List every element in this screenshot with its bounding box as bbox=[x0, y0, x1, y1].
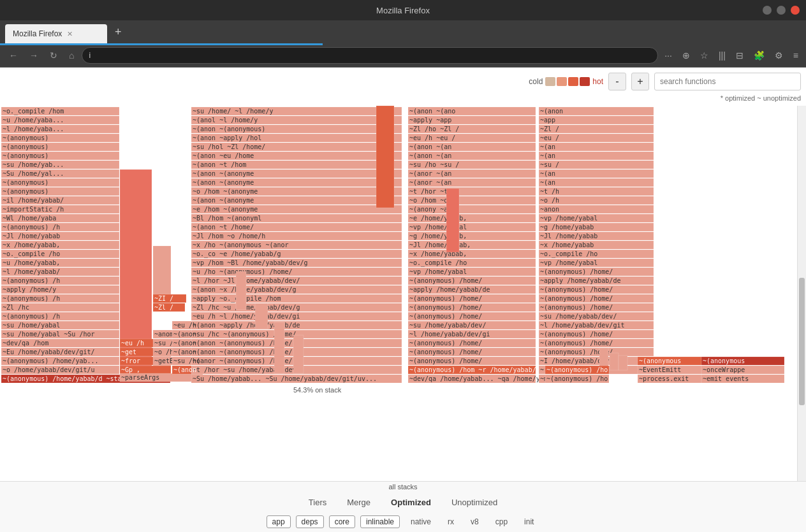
svg-text:~u /home/yabab,: ~u /home/yabab, bbox=[3, 259, 60, 266]
svg-text:~(anonymous) /home/: ~(anonymous) /home/ bbox=[409, 304, 482, 311]
color-swatch bbox=[545, 77, 590, 86]
svg-text:~l /home/yabab/: ~l /home/yabab/ bbox=[3, 268, 60, 275]
filter-rx[interactable]: rx bbox=[442, 515, 460, 528]
svg-text:~(anon ~(anonyme: ~(anon ~(anonyme bbox=[193, 197, 254, 204]
svg-text:~(anor  ~(an: ~(anor ~(an bbox=[409, 179, 451, 186]
filter-core[interactable]: core bbox=[329, 515, 355, 528]
svg-text:~apply /home/y: ~apply /home/y bbox=[3, 286, 56, 293]
reload-button[interactable]: ↻ bbox=[46, 48, 61, 63]
svg-text:~(anonymous): ~(anonymous) bbox=[3, 179, 48, 186]
svg-text:~Zl /: ~Zl / bbox=[154, 304, 173, 311]
all-stacks-label: all stacks bbox=[0, 482, 806, 492]
svg-text:~eu /h  ~eu /: ~eu /h ~eu / bbox=[409, 134, 455, 141]
hot-label: hot bbox=[592, 77, 603, 86]
zoom-in-button[interactable]: + bbox=[631, 73, 649, 90]
restore-button[interactable] bbox=[777, 6, 786, 15]
flamegraph-controls: cold hot - + bbox=[529, 73, 801, 90]
forward-button[interactable]: → bbox=[26, 48, 42, 63]
zoom-out-button[interactable]: - bbox=[608, 73, 626, 90]
svg-text:~(anonymous) /home/: ~(anonymous) /home/ bbox=[409, 277, 482, 284]
minimize-button[interactable] bbox=[763, 6, 772, 15]
svg-text:~(anonymous) /hom ~r /home/yab: ~(anonymous) /hom ~r /home/yabab/de bbox=[409, 366, 544, 373]
svg-text:~(anonymous) /h: ~(anonymous) /h bbox=[3, 313, 60, 320]
swatch-warm1 bbox=[557, 77, 567, 86]
svg-text:~(anonymous): ~(anonymous) bbox=[3, 152, 48, 159]
active-tab[interactable]: Mozilla Firefox ✕ bbox=[5, 24, 107, 43]
svg-text:~(anonymous) /home/: ~(anonymous) /home/ bbox=[409, 340, 482, 347]
svg-rect-237 bbox=[539, 143, 654, 151]
svg-text:~anom: ~anom bbox=[154, 331, 173, 338]
address-text: i bbox=[89, 51, 91, 60]
flamegraph-subtitle: * optimized ~ unoptimized bbox=[721, 94, 801, 102]
cold-label: cold bbox=[529, 77, 543, 86]
column-middle: ~su /home/ ~l /home/y ~(anol ~l /home/y … bbox=[191, 106, 402, 383]
search-functions-input[interactable] bbox=[654, 73, 801, 90]
filter-deps[interactable]: deps bbox=[296, 515, 324, 528]
svg-text:~su /home/yabal: ~su /home/yabal bbox=[3, 322, 60, 329]
svg-text:~(anon ~(anonyme: ~(anon ~(anonyme bbox=[193, 170, 254, 177]
svg-rect-245 bbox=[539, 178, 654, 187]
svg-text:~Su /home/yabab... ~Su /home/y: ~Su /home/yabab... ~Su /home/yabab/dev/g… bbox=[193, 375, 377, 382]
svg-text:~Gp ,: ~Gp , bbox=[121, 366, 140, 373]
tab-tiers[interactable]: Tiers bbox=[302, 496, 333, 509]
svg-text:~su /home/yabab/dev/: ~su /home/yabab/dev/ bbox=[540, 313, 617, 320]
tab-close-button[interactable]: ✕ bbox=[67, 30, 73, 38]
svg-text:~l /hor ~Jl /home/yabab/dev/: ~l /hor ~Jl /home/yabab/dev/ bbox=[193, 277, 300, 284]
svg-rect-293 bbox=[619, 356, 627, 370]
library-icon[interactable]: ||| bbox=[716, 48, 728, 63]
svg-text:~eu /: ~eu / bbox=[540, 134, 559, 141]
sidebar-icon[interactable]: ⊟ bbox=[733, 48, 746, 63]
flamegraph-area[interactable]: ~o._compile /hom ~u /home/yaba... ~l /ho… bbox=[0, 106, 797, 481]
svg-text:~Jl /home/yabab: ~Jl /home/yabab bbox=[540, 233, 597, 240]
svg-text:~Jl /home/yabab,: ~Jl /home/yabab, bbox=[409, 241, 471, 248]
scrollbar[interactable] bbox=[797, 106, 806, 481]
scrollbar-thumb[interactable] bbox=[799, 278, 805, 405]
back-button[interactable]: ← bbox=[5, 48, 22, 63]
svg-text:~o._compile /ho: ~o._compile /ho bbox=[409, 259, 467, 267]
tab-optimized[interactable]: Optimized bbox=[385, 496, 437, 509]
extensions-icon[interactable]: 🧩 bbox=[751, 48, 767, 63]
svg-rect-150 bbox=[274, 322, 284, 373]
svg-text:~o._co ~e /home/yabab/g: ~o._co ~e /home/yabab/g bbox=[193, 250, 281, 258]
svg-text:~(an: ~(an bbox=[540, 170, 555, 177]
filter-init[interactable]: init bbox=[518, 515, 539, 528]
svg-text:~Eu /home/yabab/dev/git/: ~Eu /home/yabab/dev/git/ bbox=[3, 349, 95, 356]
filter-inlinable[interactable]: inlinable bbox=[360, 515, 400, 528]
svg-text:~su /home/yab...: ~su /home/yab... bbox=[3, 161, 64, 168]
svg-text:~(anonymous) /h: ~(anonymous) /h bbox=[3, 295, 60, 302]
filter-app[interactable]: app bbox=[267, 515, 291, 528]
filter-v8[interactable]: v8 bbox=[465, 515, 485, 528]
svg-text:~Wl /home/yaba: ~Wl /home/yaba bbox=[3, 215, 56, 222]
svg-text:~(anonymous) /home/: ~(anonymous) /home/ bbox=[409, 295, 482, 302]
svg-text:~process.exit: ~process.exit bbox=[639, 375, 689, 382]
filter-native[interactable]: native bbox=[405, 515, 437, 528]
sync-icon[interactable]: ⚙ bbox=[772, 48, 786, 63]
tab-merge[interactable]: Merge bbox=[341, 496, 377, 509]
svg-text:~Jl /home/yabab: ~Jl /home/yabab bbox=[3, 233, 60, 240]
address-input[interactable]: i bbox=[82, 47, 658, 64]
toolbar-icons: ··· ⊕ ☆ ||| ⊟ 🧩 ⚙ ≡ bbox=[662, 48, 801, 63]
svg-text:~o /home/yabab/dev/git/u: ~o /home/yabab/dev/git/u bbox=[3, 366, 95, 373]
svg-text:~eu /h: ~eu /h bbox=[173, 322, 196, 329]
svg-text:~apply ~app: ~apply ~app bbox=[409, 117, 451, 124]
svg-text:~vp /home/yabal: ~vp /home/yabal bbox=[540, 215, 597, 222]
new-tab-button[interactable]: + bbox=[110, 25, 127, 39]
svg-text:~(anonymous: ~(anonymous bbox=[639, 357, 681, 364]
menu-icon[interactable]: ≡ bbox=[791, 48, 801, 63]
close-button[interactable] bbox=[791, 6, 800, 15]
svg-text:~(anon: ~(anon bbox=[173, 366, 196, 373]
home-button[interactable]: ⌂ bbox=[65, 48, 78, 63]
svg-text:~(anonymous) /h: ~(anonymous) /h bbox=[3, 224, 60, 231]
swatch-cold bbox=[545, 77, 555, 86]
svg-rect-239 bbox=[539, 152, 654, 160]
svg-text:~Zl /: ~Zl / bbox=[540, 126, 559, 133]
more-tools-icon[interactable]: ··· bbox=[662, 48, 675, 63]
svg-text:~(anon ~(anonyme: ~(anon ~(anonyme bbox=[193, 179, 254, 186]
filter-cpp[interactable]: cpp bbox=[490, 515, 513, 528]
bookmark-icon[interactable]: ☆ bbox=[698, 48, 711, 63]
svg-text:~app: ~app bbox=[540, 117, 555, 124]
svg-rect-149 bbox=[255, 303, 268, 329]
tab-unoptimized[interactable]: Unoptimized bbox=[445, 496, 504, 509]
pocket-icon[interactable]: ⊕ bbox=[680, 48, 692, 63]
svg-text:~l /home/yabab/dev/git: ~l /home/yabab/dev/git bbox=[540, 322, 624, 329]
